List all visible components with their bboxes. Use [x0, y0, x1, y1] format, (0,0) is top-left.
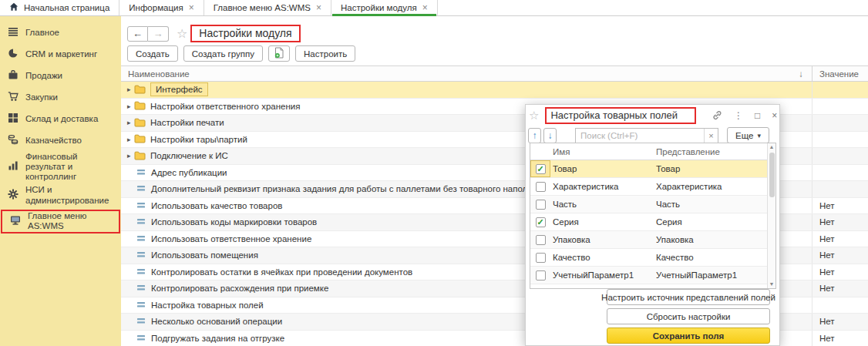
expand-triangle-icon[interactable]: ▸ — [127, 136, 134, 143]
favorite-star-icon[interactable]: ☆ — [177, 26, 187, 41]
configure-button[interactable]: Настроить — [295, 45, 355, 62]
setting-value — [812, 297, 868, 314]
cart-icon — [8, 91, 19, 104]
field-checkbox[interactable] — [536, 253, 546, 263]
page-title-annotation: Настройки модуля — [190, 25, 300, 42]
forward-button[interactable]: → — [148, 26, 169, 42]
dialog-title: Настройка товарных полей — [550, 109, 678, 121]
expand-triangle-icon[interactable]: ▸ — [127, 152, 134, 160]
field-name: Серия — [550, 217, 653, 227]
column-header-value[interactable]: Значение — [812, 66, 868, 81]
expand-triangle-icon[interactable]: ▸ — [127, 102, 134, 110]
field-name: УчетныйПараметр1 — [550, 270, 653, 280]
sidebar-item-purchases[interactable]: Закупки — [0, 87, 121, 109]
gear-icon — [8, 189, 19, 202]
tab-module-settings[interactable]: Настройки модуля × — [331, 0, 438, 15]
close-tab-icon[interactable]: × — [189, 3, 194, 12]
field-name: Часть — [550, 200, 653, 209]
sidebar-item-wms-main-menu[interactable]: Главное меню AS:WMS — [1, 210, 120, 233]
field-representation: Часть — [653, 200, 767, 209]
setting-name: Адрес публикации — [151, 168, 227, 177]
tab-start-page[interactable]: Начальная страница — [0, 0, 119, 15]
field-row[interactable]: Характеристика Характеристика — [530, 178, 767, 196]
column-header-representation[interactable]: Представление — [653, 147, 775, 156]
scrollbar-thumb[interactable] — [769, 153, 775, 197]
sidebar-item-treasury[interactable]: Казначейство — [0, 130, 121, 152]
configure-source-button[interactable]: Настроить источник представлений полей — [607, 289, 770, 305]
load-from-file-button[interactable] — [268, 45, 290, 62]
sidebar-item-warehouse[interactable]: Склад и доставка — [0, 109, 121, 130]
field-checkbox[interactable] — [536, 182, 546, 192]
reset-settings-button[interactable]: Сбросить настройки — [607, 308, 770, 324]
clear-search-icon[interactable]: × — [704, 129, 718, 143]
setting-value: Нет — [812, 198, 868, 214]
setting-value — [812, 115, 868, 131]
more-menu-icon[interactable]: ⋮ — [734, 111, 743, 120]
close-tab-icon[interactable]: × — [316, 3, 321, 12]
close-icon[interactable]: × — [772, 111, 777, 120]
sidebar-item-finance[interactable]: Финансовый результат и контроллинг — [0, 152, 121, 183]
setting-item-icon — [137, 217, 146, 227]
create-group-button[interactable]: Создать группу — [183, 45, 263, 62]
back-button[interactable]: ← — [127, 26, 148, 42]
setting-item-icon — [137, 184, 146, 193]
save-fields-button[interactable]: Сохранить поля — [607, 328, 770, 344]
expand-triangle-icon[interactable]: ▸ — [127, 119, 134, 126]
expand-triangle-icon[interactable]: ▸ — [127, 86, 134, 93]
field-checkbox[interactable] — [536, 164, 546, 174]
favorite-star-icon[interactable]: ☆ — [529, 109, 539, 123]
setting-name: Контролировать расхождения при приемке — [151, 284, 328, 293]
setting-value — [812, 148, 868, 164]
field-row[interactable]: Часть Часть — [530, 196, 767, 213]
document-import-icon — [274, 47, 284, 60]
maximize-icon[interactable]: □ — [755, 111, 760, 120]
tab-wms-main-menu[interactable]: Главное меню AS:WMS × — [204, 0, 331, 15]
setting-value: Нет — [812, 247, 868, 264]
setting-item-icon — [137, 317, 146, 326]
field-row[interactable]: Качество Качество — [530, 249, 767, 267]
field-row[interactable]: Серия Серия — [530, 213, 767, 231]
move-down-button[interactable]: ↓ — [543, 128, 557, 143]
field-representation: Серия — [653, 217, 767, 227]
column-header-name[interactable]: Имя — [550, 147, 653, 156]
setting-value: Нет — [812, 280, 868, 297]
scroll-up-icon[interactable]: ▲ — [769, 143, 775, 151]
scroll-down-icon[interactable]: ▼ — [769, 280, 775, 288]
folder-icon — [134, 133, 146, 145]
field-checkbox[interactable] — [536, 235, 546, 245]
setting-item-icon — [137, 201, 146, 210]
field-row[interactable]: Упаковка Упаковка — [530, 231, 767, 249]
vertical-scrollbar[interactable]: ▲ ▼ — [767, 143, 775, 288]
setting-value — [812, 181, 868, 197]
setting-value: Нет — [812, 231, 868, 247]
field-row[interactable]: УчетныйПараметр1 УчетныйПараметр1 — [530, 267, 767, 284]
setting-value — [812, 132, 868, 148]
sort-descending-icon[interactable]: ↓ — [799, 69, 812, 79]
sidebar-item-main[interactable]: Главное — [0, 22, 121, 44]
table-row[interactable]: ▸ Интерфейс — [121, 82, 868, 99]
sidebar: Главное CRM и маркетинг Продажи Закупки … — [0, 16, 121, 346]
sidebar-item-sales[interactable]: Продажи — [0, 66, 121, 87]
setting-name: Использовать помещения — [151, 250, 258, 260]
close-tab-icon[interactable]: × — [422, 3, 428, 12]
move-up-button[interactable]: ↑ — [528, 128, 541, 143]
setting-item-icon — [137, 284, 146, 293]
field-checkbox[interactable] — [536, 288, 546, 290]
setting-value — [812, 82, 868, 98]
sidebar-item-crm[interactable]: CRM и маркетинг — [0, 44, 121, 66]
search-input[interactable] — [576, 129, 704, 143]
fields-table-header: Имя Представление — [530, 143, 775, 160]
grid-icon — [8, 113, 19, 126]
sidebar-item-nsi-admin[interactable]: НСИ и администрирование — [0, 183, 121, 209]
setting-name: Настройки тары\партий — [150, 135, 247, 144]
column-header-name[interactable]: Наименование ↓ — [121, 66, 812, 81]
setting-value: Нет — [812, 314, 868, 330]
tab-information[interactable]: Информация × — [119, 0, 204, 15]
create-button[interactable]: Создать — [127, 45, 178, 62]
field-checkbox[interactable] — [536, 270, 546, 280]
link-icon[interactable] — [712, 110, 722, 122]
more-button[interactable]: Еще ▾ — [727, 127, 769, 143]
field-checkbox[interactable] — [536, 200, 546, 210]
field-row[interactable]: Товар Товар — [530, 160, 767, 178]
field-checkbox[interactable] — [536, 217, 546, 227]
